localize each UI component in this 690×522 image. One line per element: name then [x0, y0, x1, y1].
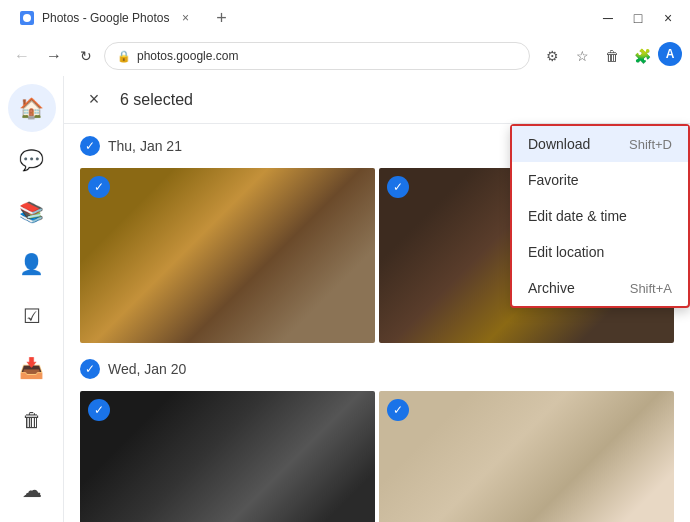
menu-item-favorite[interactable]: Favorite — [512, 162, 688, 198]
archive-icon: 📥 — [19, 356, 44, 380]
lock-icon: 🔒 — [117, 50, 131, 63]
context-menu: Download Shift+D Favorite Edit date & ti… — [510, 124, 690, 308]
url-text: photos.google.com — [137, 49, 517, 63]
shortcut-download: Shift+D — [629, 137, 672, 152]
sidebar-item-chat[interactable]: 💬 — [8, 136, 56, 184]
address-bar[interactable]: 🔒 photos.google.com — [104, 42, 530, 70]
sidebar-item-archive[interactable]: 📥 — [8, 344, 56, 392]
tab-favicon — [20, 11, 34, 25]
utilities-icon: ☑ — [23, 304, 41, 328]
maximize-button[interactable]: □ — [624, 4, 652, 32]
browser-action-icons: ⚙ ☆ 🗑 🧩 A — [538, 42, 682, 70]
sidebar-item-utilities[interactable]: ☑ — [8, 292, 56, 340]
date-label-thu: Thu, Jan 21 — [108, 138, 182, 154]
date-section-wed: ✓ Wed, Jan 20 ✓ ✓ — [80, 355, 674, 522]
sidebar-item-people[interactable]: 👤 — [8, 240, 56, 288]
menu-item-archive[interactable]: Archive Shift+A — [512, 270, 688, 306]
shortcut-archive: Shift+A — [630, 281, 672, 296]
sidebar-item-cloud[interactable]: ☁ — [8, 466, 56, 514]
menu-item-edit-date-time[interactable]: Edit date & time — [512, 198, 688, 234]
menu-item-edit-location[interactable]: Edit location — [512, 234, 688, 270]
new-tab-button[interactable]: + — [209, 6, 233, 30]
extensions-icon[interactable]: 🧩 — [628, 42, 656, 70]
refresh-button[interactable]: ↻ — [72, 42, 100, 70]
menu-label-archive: Archive — [528, 280, 575, 296]
svg-point-0 — [23, 14, 31, 22]
menu-label-favorite: Favorite — [528, 172, 579, 188]
chat-icon: 💬 — [19, 148, 44, 172]
selected-count: 6 selected — [120, 91, 193, 109]
sidebar-item-photos[interactable]: 🏠 — [8, 84, 56, 132]
bookmark-icon[interactable]: ☆ — [568, 42, 596, 70]
sidebar-item-trash[interactable]: 🗑 — [8, 396, 56, 444]
photo-item-3[interactable]: ✓ — [80, 391, 375, 522]
forward-button[interactable]: → — [40, 42, 68, 70]
date-check-wed[interactable]: ✓ — [80, 359, 100, 379]
people-icon: 👤 — [19, 252, 44, 276]
photos-row-wed: ✓ ✓ — [80, 391, 674, 522]
photo-item-4[interactable]: ✓ — [379, 391, 674, 522]
date-check-thu[interactable]: ✓ — [80, 136, 100, 156]
menu-label-edit-location: Edit location — [528, 244, 604, 260]
minimize-button[interactable]: ─ — [594, 4, 622, 32]
photo-check-1[interactable]: ✓ — [88, 176, 110, 198]
photo-check-4[interactable]: ✓ — [387, 399, 409, 421]
menu-label-edit-date-time: Edit date & time — [528, 208, 627, 224]
avatar[interactable]: A — [658, 42, 682, 66]
main-content: × 6 selected ✓ Thu, Jan 21 ✓ ✓ — [64, 76, 690, 522]
albums-icon: 📚 — [19, 200, 44, 224]
photo-check-3[interactable]: ✓ — [88, 399, 110, 421]
sidebar-item-albums[interactable]: 📚 — [8, 188, 56, 236]
delete-icon[interactable]: 🗑 — [598, 42, 626, 70]
tab-title: Photos - Google Photos — [42, 11, 169, 25]
back-button[interactable]: ← — [8, 42, 36, 70]
address-bar-row: ← → ↻ 🔒 photos.google.com ⚙ ☆ 🗑 🧩 A — [0, 36, 690, 76]
app: 🏠 💬 📚 👤 ☑ 📥 🗑 ☁ × 6 selected — [0, 76, 690, 522]
menu-item-download[interactable]: Download Shift+D — [512, 126, 688, 162]
tab-close-button[interactable]: × — [177, 10, 193, 26]
cloud-icon: ☁ — [22, 478, 42, 502]
browser-chrome: Photos - Google Photos × + ─ □ × ← → ↻ 🔒… — [0, 0, 690, 76]
date-label-wed: Wed, Jan 20 — [108, 361, 186, 377]
window-controls: ─ □ × — [594, 4, 682, 32]
menu-label-download: Download — [528, 136, 590, 152]
title-bar: Photos - Google Photos × + ─ □ × — [0, 0, 690, 36]
settings-icon[interactable]: ⚙ — [538, 42, 566, 70]
date-header-wed: ✓ Wed, Jan 20 — [80, 355, 674, 383]
close-window-button[interactable]: × — [654, 4, 682, 32]
top-bar: × 6 selected — [64, 76, 690, 124]
photo-check-2[interactable]: ✓ — [387, 176, 409, 198]
photos-icon: 🏠 — [19, 96, 44, 120]
photo-item-1[interactable]: ✓ — [80, 168, 375, 343]
trash-icon: 🗑 — [22, 409, 42, 432]
sidebar: 🏠 💬 📚 👤 ☑ 📥 🗑 ☁ — [0, 76, 64, 522]
close-selection-button[interactable]: × — [80, 86, 108, 114]
browser-tab[interactable]: Photos - Google Photos × — [8, 3, 205, 33]
